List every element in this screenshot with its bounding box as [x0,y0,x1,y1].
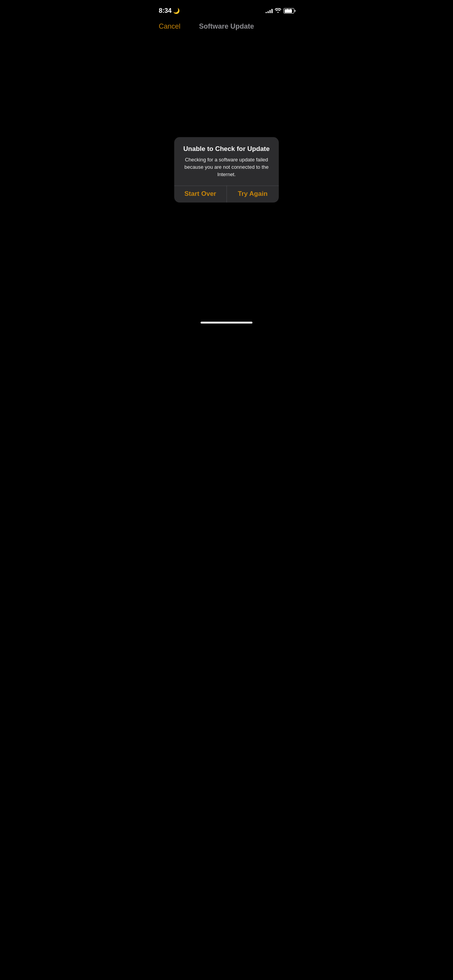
wifi-icon [275,8,281,14]
alert-content: Unable to Check for Update Checking for … [174,137,279,185]
main-content: Unable to Check for Update Checking for … [151,137,302,202]
battery-level: 94 [286,8,291,14]
status-bar: 8:34 🌙 94 [151,0,302,19]
page-title: Software Update [199,22,254,31]
start-over-button[interactable]: Start Over [174,185,226,202]
status-time: 8:34 [159,7,172,15]
moon-icon: 🌙 [173,8,180,14]
home-indicator [201,322,252,324]
cancel-button[interactable]: Cancel [159,22,180,31]
status-icons: 94 [266,8,294,14]
battery-icon: 94 [283,8,294,14]
alert-title: Unable to Check for Update [180,145,273,153]
signal-bars-icon [266,9,273,13]
alert-message: Checking for a software update failed be… [180,156,273,178]
try-again-button[interactable]: Try Again [226,185,279,202]
alert-dialog: Unable to Check for Update Checking for … [174,137,279,202]
navigation-bar: Cancel Software Update [151,19,302,35]
alert-buttons: Start Over Try Again [174,185,279,202]
